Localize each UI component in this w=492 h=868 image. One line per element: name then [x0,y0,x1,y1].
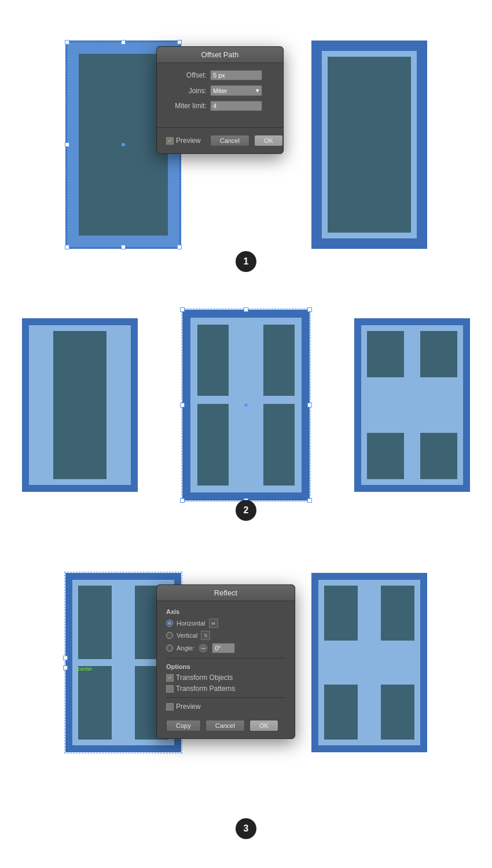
handle-tr-mid[interactable] [307,307,312,312]
joins-label: Joins: [166,87,207,95]
step-badge-1: 1 [236,251,256,272]
section-1: Offset Path Offset: 5 px Joins: Miter ▾ … [0,12,492,278]
handle-mr-mid[interactable] [307,403,312,407]
pane-br-s3 [381,685,414,740]
angle-radio[interactable] [166,645,173,652]
window-frame-s1-right [311,41,427,249]
miter-label: Miter limit: [166,102,207,110]
offset-path-dialog: Offset Path Offset: 5 px Joins: Miter ▾ … [156,46,284,154]
vertical-label: Vertical [177,632,197,639]
preview-label-s3: Preview [176,703,201,711]
handle-br-mid[interactable] [307,498,312,503]
pane-bl-s3 [324,685,358,740]
window-4pane-right [354,318,470,492]
reflect-cancel-button[interactable]: Cancel [205,720,245,731]
handle-ml-s3[interactable] [63,665,68,670]
options-section-title: Options [166,663,285,670]
transform-patterns-checkbox[interactable] [166,685,174,693]
reflect-dialog-footer: Copy Cancel OK [157,718,295,738]
dialog-title: Offset Path [201,50,239,59]
offset-input[interactable]: 5 px [210,70,262,80]
section2-left-window [22,318,138,492]
transform-objects-checkbox[interactable]: ✓ [166,674,174,682]
window-2pane-left [22,318,138,492]
ok-button[interactable]: OK [254,135,283,146]
horizontal-label: Horizontal [177,620,205,627]
center-dot [122,143,125,146]
handle-br[interactable] [177,245,182,249]
horizontal-radio[interactable] [166,620,173,627]
preview-checkbox[interactable]: ✓ [166,137,174,145]
horizontal-radio-row: Horizontal ⇄ [166,619,285,628]
pane-right [78,331,107,479]
window-s3-right [311,573,427,752]
cancel-button[interactable]: Cancel [210,135,249,146]
transform-objects-label: Transform Objects [176,674,233,682]
divider-horizontal-mid [197,396,295,404]
chevron-down-icon: ▾ [256,87,259,94]
offset-label: Offset: [166,71,207,79]
angle-input[interactable]: 0° [212,643,235,653]
step-badge-2: 2 [236,500,256,521]
reflect-divider-2 [166,697,285,698]
center-dot-mid [244,403,248,407]
pane-br [420,433,457,479]
angle-minus-btn[interactable]: − [198,643,208,653]
transform-patterns-label: Transform Patterns [176,685,235,693]
preview-row-s3: Preview [166,703,285,711]
pane-right-mid [263,325,295,486]
handle-tl[interactable] [65,40,69,45]
handle-tl-s3[interactable] [63,656,68,660]
vertical-radio[interactable] [166,632,173,639]
pane-left-mid [197,325,229,486]
section2-right-window [354,318,470,492]
step-badge-3: 3 [236,818,256,839]
div-h-s3l [78,659,168,666]
handle-tr[interactable] [177,40,182,45]
section-2: 2 [0,284,492,527]
reflect-ok-button[interactable]: OK [249,720,278,731]
reflect-divider-1 [166,658,285,659]
dialog-title-bar: Offset Path [157,47,283,63]
section2-mid-window [182,310,310,501]
handle-ml-mid[interactable] [180,403,185,407]
glass-pane [328,57,411,233]
pane-bl [367,433,404,479]
frame-vert-right [108,331,125,479]
horizontal-icon: ⇄ [209,619,218,628]
preview-checkbox-s3[interactable] [166,703,174,711]
handle-tl-mid[interactable] [180,307,185,312]
handle-ml[interactable] [65,142,69,147]
dialog-footer: ✓ Preview Cancel OK [157,133,283,153]
miter-input[interactable]: 4 [210,101,262,111]
pane-tl [367,331,404,377]
offset-row: Offset: 5 px [166,70,274,80]
copy-button[interactable]: Copy [166,720,201,731]
vertical-radio-row: Vertical ⇅ [166,631,285,640]
div-h-s3r [324,659,414,666]
axis-section-title: Axis [166,608,285,615]
window-dividers-mid [182,310,310,501]
reflect-dialog: Reflect Axis Horizontal ⇄ Vertical ⇅ Ang… [156,584,295,739]
angle-radio-row: Angle: − 0° [166,643,285,653]
handle-tc-mid[interactable] [244,307,248,312]
joins-row: Joins: Miter ▾ [166,85,274,96]
divider-h-right [367,402,457,409]
vertical-icon: ⇅ [201,631,210,640]
handle-bl[interactable] [65,245,69,249]
handle-tc[interactable] [121,40,126,45]
center-anchor-label: center [78,666,93,672]
section3-right-window [311,573,427,752]
preview-checkbox-label: ✓ Preview [166,137,201,145]
transform-objects-row: ✓ Transform Objects [166,674,285,682]
frame-vert-left [35,331,52,479]
section-3: center Reflect Axis Horizontal ⇄ Vertica… [0,556,492,845]
handle-bl-mid[interactable] [180,498,185,503]
preview-label: Preview [176,137,201,145]
handle-bc[interactable] [121,245,126,249]
pane-tl-s3 [324,586,358,641]
reflect-dialog-title: Reflect [214,589,237,597]
transform-patterns-row: Transform Patterns [166,685,285,693]
pane-tr [420,331,457,377]
joins-select[interactable]: Miter ▾ [210,85,262,96]
